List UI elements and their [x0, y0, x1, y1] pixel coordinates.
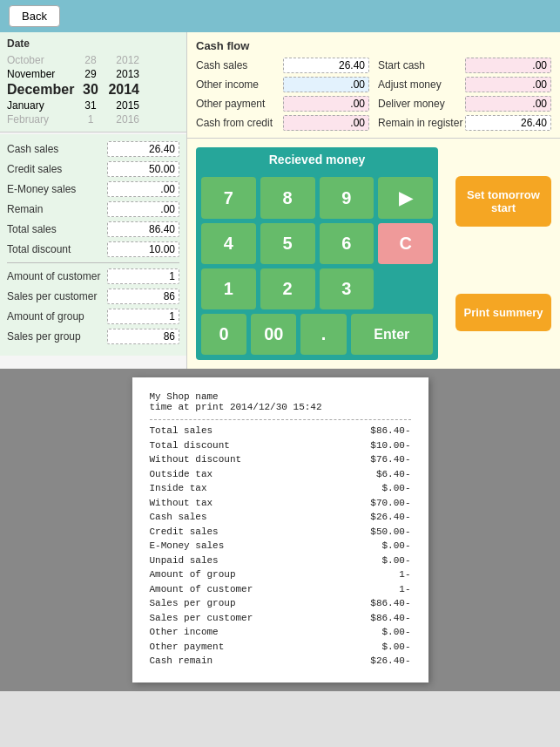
receipt-value: $50.00-	[341, 525, 411, 540]
sales-value: 26.40	[107, 141, 179, 157]
receipt-row: Total discount $10.00-	[150, 438, 411, 453]
numpad-btn-7[interactable]: 7	[201, 177, 256, 219]
cf-value: .00	[465, 58, 551, 73]
receipt-label: Cash remain	[150, 654, 341, 669]
receipt-value: $86.40-	[341, 611, 411, 626]
sales-label: Sales per customer	[7, 290, 107, 302]
right-panel: Cash flow Cash sales 26.40Other income .…	[187, 32, 560, 369]
date-month: November	[7, 68, 77, 80]
numpad-btn-00[interactable]: 00	[251, 314, 296, 355]
sales-row: Sales per group 86	[7, 329, 179, 344]
sales-section: Cash sales 26.40Credit sales 50.00E-Mone…	[0, 134, 186, 356]
numpad-btn-9[interactable]: 9	[320, 177, 374, 219]
sales-label: Remain	[7, 203, 107, 215]
receipt-value: $.00-	[341, 539, 411, 553]
numpad-btn-5[interactable]: 5	[260, 223, 315, 264]
date-row[interactable]: December 30 2014	[7, 81, 179, 98]
main-area: Date October 28 2012November 29 2013Dece…	[0, 32, 560, 369]
date-row[interactable]: January 31 2015	[7, 98, 179, 112]
receipt-row: Total sales $86.40-	[150, 424, 411, 438]
cashflow-title: Cash flow	[196, 39, 551, 52]
numpad-btn-4[interactable]: 4	[201, 223, 256, 264]
sales-row: Total discount 10.00	[7, 241, 179, 257]
receipt-header: My Shop name time at print 2014/12/30 15…	[150, 391, 411, 412]
date-row[interactable]: February 1 2016	[7, 112, 179, 126]
cf-label: Start cash	[378, 59, 465, 71]
numpad-btn-1[interactable]: 1	[201, 268, 256, 309]
cashflow-right-col: Start cash .00Adjust money .00Deliver mo…	[378, 58, 551, 131]
sales-row: Remain .00	[7, 201, 179, 217]
receipt-value: $.00-	[341, 640, 411, 655]
sales-label: E-Money sales	[7, 183, 107, 195]
cf-label: Other payment	[196, 98, 283, 110]
receipt-label: Other payment	[150, 640, 341, 655]
sales-value: 86.40	[107, 221, 179, 237]
set-tomorrow-button[interactable]: Set tomorrow start	[455, 176, 551, 227]
receipt-value: $.00-	[341, 553, 411, 568]
numpad-row: 000.Enter	[201, 314, 433, 355]
numpad-btn-0[interactable]: 0	[201, 314, 246, 355]
receipt-value: $.00-	[341, 481, 411, 496]
empty-cell	[378, 268, 433, 309]
sales-row: E-Money sales .00	[7, 181, 179, 197]
date-month: January	[7, 99, 77, 112]
receipt-value: 1-	[341, 582, 411, 597]
cf-label: Adjust money	[378, 78, 465, 91]
sales-label: Total discount	[7, 243, 107, 255]
date-row[interactable]: November 29 2013	[7, 67, 179, 81]
cashflow-row: Other income .00	[196, 77, 369, 92]
cf-value: .00	[283, 96, 369, 112]
numpad-btn-.[interactable]: .	[300, 314, 346, 355]
receipt-label: Sales per customer	[150, 611, 341, 626]
date-year: 2013	[105, 68, 139, 80]
numpad-btn-6[interactable]: 6	[320, 223, 374, 264]
receipt-label: Amount of group	[150, 567, 341, 582]
receipt-area: My Shop name time at print 2014/12/30 15…	[0, 369, 560, 691]
cf-value: .00	[283, 77, 369, 92]
sales-value: 1	[107, 309, 179, 324]
receipt-label: Total discount	[150, 438, 341, 453]
cf-label: Deliver money	[378, 98, 465, 110]
numpad-row: 789▶	[201, 177, 433, 219]
cf-value: 26.40	[465, 115, 551, 131]
receipt-header-line2: time at print 2014/12/30 15:42	[150, 402, 411, 412]
clear-button[interactable]: C	[378, 223, 433, 264]
back-button[interactable]: Back	[9, 5, 60, 27]
enter-button[interactable]: Enter	[351, 314, 433, 355]
cashflow-section: Cash flow Cash sales 26.40Other income .…	[187, 32, 560, 139]
date-day: 1	[77, 113, 105, 126]
receipt-label: Without discount	[150, 452, 341, 467]
sales-label: Cash sales	[7, 143, 107, 155]
date-month: December	[7, 82, 77, 98]
print-summery-button[interactable]: Print summery	[455, 294, 551, 331]
date-year: 2014	[105, 82, 139, 98]
cashflow-left-col: Cash sales 26.40Other income .00Other pa…	[196, 58, 369, 131]
receipt-label: Other income	[150, 625, 341, 640]
sales-value: 86	[107, 289, 179, 304]
cf-value: .00	[465, 96, 551, 112]
numpad-btn-8[interactable]: 8	[260, 177, 315, 219]
receipt-row: Credit sales $50.00-	[150, 525, 411, 540]
receipt-label: E-Money sales	[150, 539, 341, 553]
cashflow-row: Adjust money .00	[378, 77, 551, 92]
receipt-label: Sales per group	[150, 596, 341, 611]
receipt-row: Other payment $.00-	[150, 640, 411, 655]
receipt-value: $26.40-	[341, 510, 411, 525]
cashflow-row: Cash sales 26.40	[196, 58, 369, 73]
cf-label: Cash sales	[196, 59, 283, 71]
arrow-button[interactable]: ▶	[378, 177, 433, 219]
receipt-label: Total sales	[150, 424, 341, 438]
cf-label: Remain in register	[378, 117, 465, 129]
date-row[interactable]: October 28 2012	[7, 53, 179, 67]
receipt-label: Credit sales	[150, 525, 341, 540]
receipt-row: Sales per customer $86.40-	[150, 611, 411, 626]
cashflow-row: Start cash .00	[378, 58, 551, 73]
cashflow-grid: Cash sales 26.40Other income .00Other pa…	[196, 58, 551, 131]
numpad-btn-3[interactable]: 3	[320, 268, 374, 309]
date-day: 31	[77, 99, 105, 112]
receipt-value: 1-	[341, 567, 411, 582]
sales-row: Credit sales 50.00	[7, 161, 179, 177]
date-day: 29	[77, 68, 105, 80]
numpad-btn-2[interactable]: 2	[260, 268, 315, 309]
header: Back	[0, 0, 560, 32]
